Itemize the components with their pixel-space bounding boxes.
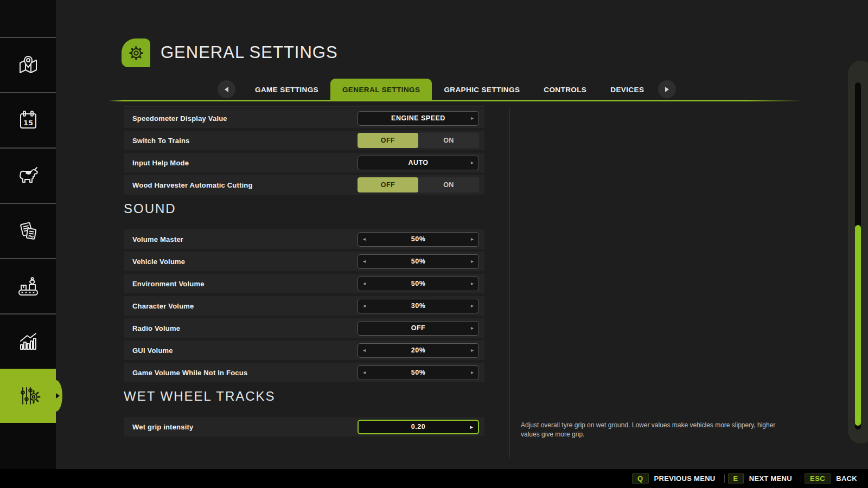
hint-label: NEXT MENU [749,474,792,483]
tabs-scroll-right-button[interactable] [658,80,676,98]
value-selector-game-volume-while-not-in-focus[interactable]: ◂50%▸ [358,365,479,380]
tab-devices[interactable]: DEVICES [598,79,656,100]
sidebar-item-calendar[interactable]: 15 [0,92,56,147]
sidebar-item-map[interactable] [0,37,56,92]
key-badge: E [728,473,744,484]
selector-value: 50% [411,235,426,243]
value-selector-input-help-mode[interactable]: AUTO▸ [358,156,479,170]
footer-hint-next-menu[interactable]: E NEXT MENU [728,473,797,484]
section-title: WET WHEEL TRACKS [124,389,484,404]
increase-arrow-icon[interactable]: ▸ [471,259,474,264]
settings-row: Input Help Mode AUTO▸ [124,153,484,172]
setting-label: Environment Volume [132,280,205,288]
scrollbar-thumb[interactable] [855,225,861,426]
setting-label: Vehicle Volume [132,258,185,266]
key-badge: Q [632,473,649,484]
toggle-option-on[interactable]: ON [418,133,479,148]
decrease-arrow-icon[interactable]: ◂ [363,259,366,264]
footer-hint-previous-menu[interactable]: Q PREVIOUS MENU [632,473,721,484]
settings-row: GUI Volume ◂20%▸ [124,341,484,360]
animals-icon [16,164,41,188]
increase-arrow-icon[interactable]: ▸ [471,115,474,121]
toggle-switch-to-trains[interactable]: OFFON [358,133,479,148]
tab-graphic-settings[interactable]: GRAPHIC SETTINGS [432,79,532,100]
selector-value: 0.20 [411,423,425,431]
panel-divider [509,108,509,458]
selector-value: 50% [411,369,426,376]
sidebar-item-statistics[interactable] [0,313,56,369]
hint-label: PREVIOUS MENU [654,474,716,483]
value-selector-volume-master[interactable]: ◂50%▸ [358,232,479,247]
increase-arrow-icon[interactable]: ▸ [471,281,474,286]
increase-arrow-icon[interactable]: ▸ [470,424,473,430]
hint-separator [801,474,801,483]
selector-value: 30% [411,302,426,310]
gear-icon [126,43,146,63]
value-selector-gui-volume[interactable]: ◂20%▸ [358,343,479,358]
selector-value: AUTO [408,159,428,166]
settings-row: Radio Volume OFF▸ [124,318,484,338]
tabs-scroll-left-button[interactable] [218,80,235,98]
sidebar: 15 [0,0,56,469]
statistics-icon [16,330,41,354]
sidebar-item-animals[interactable] [0,147,56,203]
footer-hint-bar: Q PREVIOUS MENU E NEXT MENU ESC BACK [0,469,868,488]
svg-text:15: 15 [23,119,33,127]
decrease-arrow-icon[interactable]: ◂ [363,236,366,242]
chevron-left-icon [225,87,228,92]
footer-hint-back[interactable]: ESC BACK [805,473,863,484]
settings-row: Volume Master ◂50%▸ [124,229,484,249]
section-title: SOUND [124,201,484,216]
tab-underline [108,100,803,101]
settings-row: Speedometer Display Value ENGINE SPEED▸ [124,108,484,128]
selector-value: 20% [411,346,426,354]
hint-label: BACK [836,474,857,483]
sidebar-item-settings[interactable] [0,369,56,423]
settings-row: Environment Volume ◂50%▸ [124,274,484,293]
decrease-arrow-icon[interactable]: ◂ [363,303,366,309]
settings-row: Vehicle Volume ◂50%▸ [124,252,484,271]
selector-value: 50% [411,280,426,287]
increase-arrow-icon[interactable]: ▸ [471,303,474,309]
toggle-wood-harvester-automatic-cutting[interactable]: OFFON [358,177,479,192]
toggle-option-off[interactable]: OFF [358,177,418,192]
chevron-right-icon [665,87,669,92]
decrease-arrow-icon[interactable]: ◂ [363,281,366,286]
increase-arrow-icon[interactable]: ▸ [471,160,474,165]
tab-game-settings[interactable]: GAME SETTINGS [243,79,330,100]
setting-label: Volume Master [132,235,183,243]
decrease-arrow-icon[interactable]: ◂ [363,348,366,353]
tab-general-settings[interactable]: GENERAL SETTINGS [330,79,432,100]
increase-arrow-icon[interactable]: ▸ [471,348,474,353]
settings-list: Speedometer Display Value ENGINE SPEED▸ … [124,106,484,439]
toggle-option-off[interactable]: OFF [358,133,418,148]
tab-controls[interactable]: CONTROLS [532,79,598,100]
settings-row: Wet grip intensity 0.20▸ [124,417,484,436]
value-selector-vehicle-volume[interactable]: ◂50%▸ [358,254,479,269]
value-selector-speedometer-display-value[interactable]: ENGINE SPEED▸ [358,111,479,126]
sidebar-item-contracts[interactable] [0,203,56,258]
map-icon [16,53,41,77]
settings-row: Character Volume ◂30%▸ [124,296,484,316]
production-icon [16,274,41,298]
key-badge: ESC [805,473,831,484]
toggle-option-on[interactable]: ON [418,177,479,192]
settings-row: Switch To Trains OFFON [124,131,484,150]
increase-arrow-icon[interactable]: ▸ [471,370,474,375]
sidebar-item-production[interactable] [0,258,56,313]
increase-arrow-icon[interactable]: ▸ [471,236,474,242]
general-settings-screen: 15 [0,0,868,488]
hint-separator [724,474,725,483]
setting-label: Wood Harvester Automatic Cutting [132,181,253,189]
contracts-icon [16,219,41,243]
selector-value: 50% [411,258,426,265]
scrolled-row-sliver [124,106,484,107]
tab-bar: GAME SETTINGSGENERAL SETTINGSGRAPHIC SET… [243,79,656,100]
value-selector-wet-grip-intensity[interactable]: 0.20▸ [358,420,479,434]
value-selector-environment-volume[interactable]: ◂50%▸ [358,277,479,291]
value-selector-character-volume[interactable]: ◂30%▸ [358,299,479,313]
increase-arrow-icon[interactable]: ▸ [471,325,474,331]
decrease-arrow-icon[interactable]: ◂ [363,370,366,375]
value-selector-radio-volume[interactable]: OFF▸ [358,321,479,336]
selector-value: OFF [411,324,426,332]
